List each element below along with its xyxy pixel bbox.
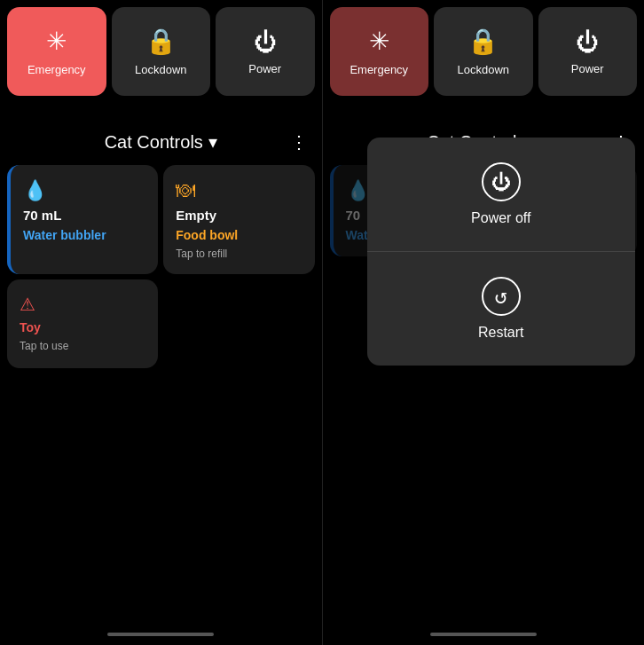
water-value: 70 mL [23, 208, 145, 223]
restart-icon: ↺ [482, 277, 521, 316]
power-off-icon: ⏻ [482, 162, 521, 201]
restart-menu-item[interactable]: ↺ Restart [367, 252, 636, 366]
lock-icon: 🔒 [145, 27, 177, 56]
toy-card[interactable]: ⚠ Toy Tap to use [7, 279, 158, 368]
toy-name: Toy [20, 320, 145, 334]
toy-icon: ⚠ [20, 294, 145, 315]
right-home-indicator [430, 633, 537, 636]
cards-grid: 💧 70 mL Water bubbler 🍽 Empty Food bowl … [7, 165, 315, 368]
emergency-button[interactable]: ✳ Emergency [7, 7, 106, 96]
controls-title[interactable]: Cat Controls ▾ [105, 131, 217, 153]
right-top-buttons: ✳ Emergency 🔒 Lockdown ⏻ Power [330, 7, 638, 96]
right-emergency-button[interactable]: ✳ Emergency [330, 7, 429, 96]
right-power-icon: ⏻ [576, 28, 599, 55]
power-off-menu-item[interactable]: ⏻ Power off [367, 138, 636, 252]
food-bowl-card[interactable]: 🍽 Empty Food bowl Tap to refill [163, 165, 314, 274]
restart-label: Restart [478, 325, 524, 341]
water-bubbler-card[interactable]: 💧 70 mL Water bubbler [7, 165, 158, 274]
power-button[interactable]: ⏻ Power [216, 7, 315, 96]
left-panel: ✳ Emergency 🔒 Lockdown ⏻ Power Cat Contr… [0, 0, 322, 645]
right-panel: ✳ Emergency 🔒 Lockdown ⏻ Power Cat Contr… [323, 0, 645, 645]
right-lock-icon: 🔒 [467, 27, 499, 56]
lockdown-button[interactable]: 🔒 Lockdown [112, 7, 211, 96]
food-sub: Tap to refill [176, 248, 302, 260]
emergency-label: Emergency [27, 63, 86, 76]
power-menu-overlay: ⏻ Power off ↺ Restart [367, 138, 636, 366]
left-top-buttons: ✳ Emergency 🔒 Lockdown ⏻ Power [7, 7, 315, 96]
right-lockdown-button[interactable]: 🔒 Lockdown [434, 7, 533, 96]
emergency-icon: ✳ [46, 27, 67, 56]
right-lockdown-label: Lockdown [457, 63, 509, 76]
power-icon: ⏻ [254, 28, 277, 55]
toy-sub: Tap to use [20, 340, 145, 352]
more-options-button[interactable]: ⋮ [283, 128, 315, 156]
section-title: Cat Controls [105, 132, 203, 153]
right-emergency-label: Emergency [349, 63, 408, 76]
right-emergency-icon: ✳ [369, 27, 389, 56]
food-bowl-icon: 🍽 [176, 179, 302, 202]
controls-header: Cat Controls ▾ ⋮ [7, 131, 315, 153]
chevron-down-icon: ▾ [208, 131, 217, 153]
power-off-label: Power off [471, 210, 530, 226]
water-name: Water bubbler [23, 228, 145, 242]
right-power-label: Power [571, 62, 604, 75]
home-indicator [107, 633, 214, 636]
food-status: Empty [176, 208, 302, 223]
power-label: Power [248, 62, 281, 75]
food-name: Food bowl [176, 228, 302, 242]
lockdown-label: Lockdown [135, 63, 187, 76]
right-power-button[interactable]: ⏻ Power [538, 7, 638, 96]
water-drop-icon: 💧 [23, 179, 145, 202]
